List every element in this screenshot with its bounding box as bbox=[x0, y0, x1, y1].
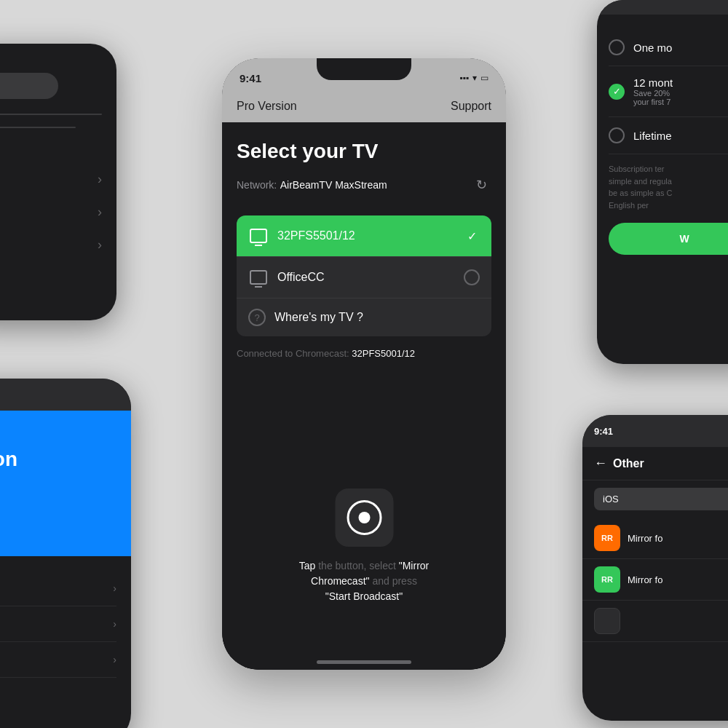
radio-lifetime bbox=[609, 127, 625, 143]
ios-label: iOS bbox=[603, 494, 619, 505]
where-is-my-tv-item[interactable]: ? Where's my TV ? bbox=[237, 298, 491, 336]
arrow-right-3: › bbox=[98, 237, 102, 253]
cta-label: W bbox=[679, 233, 689, 245]
rb-page-title: Other bbox=[613, 457, 644, 470]
app-row-2[interactable]: RR Mirror fo bbox=[582, 559, 728, 601]
device-name-1: 32PFS5501/12 bbox=[277, 229, 455, 242]
nav-bar: Pro Version Support bbox=[222, 90, 506, 122]
page-title: Select your TV bbox=[237, 140, 491, 163]
battery-icon: ▭ bbox=[480, 73, 488, 83]
back-button[interactable]: ← bbox=[594, 456, 607, 471]
notch bbox=[317, 58, 411, 80]
link-row-1[interactable]: › bbox=[0, 571, 116, 606]
connected-info: Connected to Chromecast: 32PFS5001/12 bbox=[222, 336, 506, 371]
right-phone-top: One mo ✓ 12 mont Save 20%your first 7 Li… bbox=[597, 0, 728, 364]
left-phone-top: › › › bbox=[0, 44, 116, 320]
sub-sublabel-12: Save 20%your first 7 bbox=[633, 89, 673, 106]
instruction-text-1: the button, select bbox=[318, 560, 399, 571]
pill-element bbox=[0, 73, 58, 99]
blue-text-2: ll bbox=[0, 471, 116, 496]
app-name-1: Mirror fo bbox=[628, 533, 662, 544]
link-arrow-2: › bbox=[113, 618, 116, 630]
tap-text: Tap bbox=[299, 560, 316, 571]
where-tv-label: Where's my TV ? bbox=[274, 311, 363, 324]
right-bottom-statusbar: 9:41 ▪▪▪ ▾ ▭ bbox=[582, 415, 728, 447]
connected-prefix: Connected to Chromecast: bbox=[237, 348, 349, 359]
right-phone-bottom: 9:41 ▪▪▪ ▾ ▭ ← Other iOS RR Mirror fo RR… bbox=[582, 415, 728, 721]
app-name-2: Mirror fo bbox=[628, 574, 662, 585]
radio-12-months: ✓ bbox=[609, 84, 625, 100]
subscription-option-2[interactable]: ✓ 12 mont Save 20%your first 7 bbox=[609, 66, 728, 117]
tv-icon-unselected bbox=[248, 267, 269, 288]
tv-icon-selected bbox=[248, 226, 269, 246]
app-icon-text-2: RR bbox=[601, 575, 613, 584]
arrow-right-1: › bbox=[98, 172, 102, 187]
device-item-unselected[interactable]: OfficeCC bbox=[237, 256, 491, 298]
right-phone-content: One mo ✓ 12 mont Save 20%your first 7 Li… bbox=[597, 15, 728, 269]
network-info: Network: AirBeamTV MaxStream bbox=[237, 178, 387, 191]
start-broadcast-text: "Start Broadcast" bbox=[325, 590, 403, 602]
select-tv-header: Select your TV Network: AirBeamTV MaxStr… bbox=[222, 122, 506, 215]
subscription-option-1[interactable]: One mo bbox=[609, 29, 728, 66]
app-icon-3 bbox=[594, 608, 620, 634]
wifi-icon: ▾ bbox=[472, 73, 477, 83]
device-item-selected[interactable]: 32PFS5501/12 ✓ bbox=[237, 215, 491, 256]
arrow-right-2: › bbox=[98, 205, 102, 220]
app-icon-2: RR bbox=[594, 566, 620, 593]
link-row-2[interactable]: › bbox=[0, 606, 116, 642]
blue-content: ersion ll nce. bbox=[0, 411, 131, 556]
sub-label-one-month: One mo bbox=[633, 41, 672, 54]
home-indicator bbox=[317, 660, 411, 664]
refresh-button[interactable]: ↻ bbox=[471, 175, 491, 195]
status-icons: ▪▪▪ ▾ ▭ bbox=[459, 73, 488, 83]
app-row-3 bbox=[582, 601, 728, 642]
left-phone-bottom: ▪▪▪ ▾ ▭ ersion ll nce. › › k › bbox=[0, 379, 131, 728]
app-icon-1: RR bbox=[594, 525, 620, 551]
record-button-area: Tap the button, select "Mirror Chromecas… bbox=[293, 488, 435, 604]
bottom-links: › › k › bbox=[0, 556, 131, 692]
refresh-icon: ↻ bbox=[476, 177, 487, 193]
blue-text-1: ersion bbox=[0, 447, 116, 472]
pro-version-button[interactable]: Pro Version bbox=[237, 100, 297, 113]
record-dot bbox=[358, 512, 370, 523]
sub-label-lifetime: Lifetime bbox=[633, 130, 672, 142]
link-arrow-1: › bbox=[113, 582, 116, 594]
link-row-3[interactable]: k › bbox=[0, 642, 116, 678]
radio-one-month bbox=[609, 39, 625, 55]
device-list: 32PFS5501/12 ✓ OfficeCC ? Where's my TV … bbox=[237, 215, 491, 336]
record-inner bbox=[347, 500, 381, 535]
checkmark-icon-sub: ✓ bbox=[613, 86, 621, 97]
network-label: Network: bbox=[237, 179, 277, 191]
ios-toggle[interactable]: iOS bbox=[594, 488, 728, 510]
blue-text-3: nce. bbox=[0, 496, 116, 521]
status-time: 9:41 bbox=[240, 72, 261, 84]
connected-device-name: 32PFS5001/12 bbox=[352, 348, 415, 359]
record-instruction: Tap the button, select "Mirror Chromecas… bbox=[293, 558, 435, 604]
device-name-2: OfficeCC bbox=[277, 271, 455, 284]
record-button[interactable] bbox=[335, 488, 393, 547]
subscription-terms: Subscription tersimple and regulabe as s… bbox=[609, 163, 728, 211]
rb-nav: ← Other bbox=[582, 447, 728, 480]
network-row: Network: AirBeamTV MaxStream ↻ bbox=[237, 175, 491, 195]
instruction-text-2: and press bbox=[372, 575, 416, 587]
cta-button[interactable]: W bbox=[609, 223, 728, 255]
checkmark-icon: ✓ bbox=[464, 228, 480, 244]
sub-label-12-months: 12 mont Save 20%your first 7 bbox=[633, 76, 673, 106]
rb-status-time: 9:41 bbox=[594, 426, 613, 437]
radio-unselected bbox=[464, 269, 480, 285]
left-bottom-statusbar: ▪▪▪ ▾ ▭ bbox=[0, 379, 131, 411]
question-icon: ? bbox=[248, 309, 266, 326]
main-content: Select your TV Network: AirBeamTV MaxStr… bbox=[222, 122, 506, 670]
app-row-1[interactable]: RR Mirror fo bbox=[582, 518, 728, 559]
subscription-option-3[interactable]: Lifetime bbox=[609, 117, 728, 154]
support-button[interactable]: Support bbox=[451, 100, 491, 113]
signal-icon: ▪▪▪ bbox=[459, 73, 469, 83]
link-arrow-3: › bbox=[113, 654, 116, 665]
network-name: AirBeamTV MaxStream bbox=[280, 179, 387, 191]
center-phone: 9:41 ▪▪▪ ▾ ▭ Pro Version Support Select … bbox=[222, 58, 506, 670]
app-icon-text-1: RR bbox=[601, 534, 613, 542]
